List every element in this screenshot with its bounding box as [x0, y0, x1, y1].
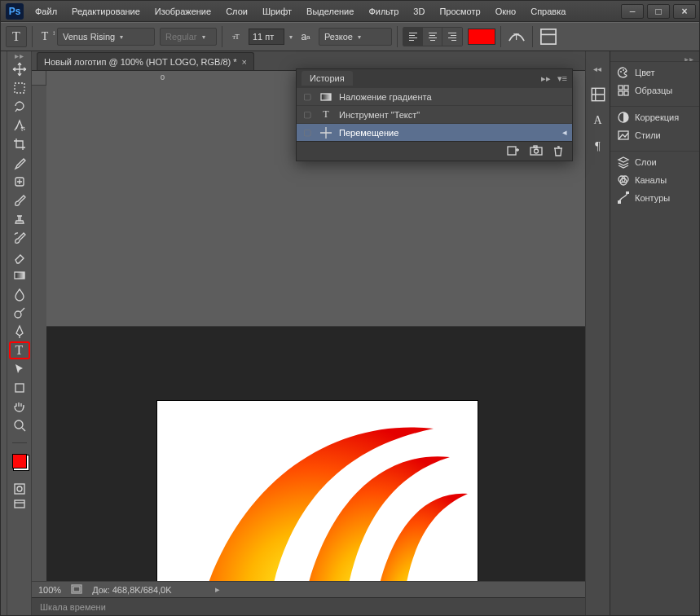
menu-view[interactable]: Просмотр	[433, 4, 486, 19]
snapshot-icon[interactable]	[530, 145, 543, 158]
close-tab-icon[interactable]: ×	[242, 57, 247, 67]
menu-filter[interactable]: Фильтр	[362, 4, 405, 19]
properties-panel-icon[interactable]	[589, 86, 607, 103]
character-panel-icon[interactable]: A	[589, 112, 607, 130]
chevron-down-icon[interactable]: ▾	[289, 33, 293, 41]
menu-image[interactable]: Изображение	[148, 4, 218, 19]
font-family-dropdown[interactable]: Venus Rising ▾	[57, 28, 155, 46]
panel-swatches[interactable]: Образцы	[610, 81, 699, 99]
blur-tool[interactable]	[9, 285, 30, 303]
pen-tool[interactable]	[9, 323, 30, 341]
panel-grip-icon[interactable]: ▸▸	[11, 53, 29, 58]
menu-layers[interactable]: Слои	[219, 4, 254, 19]
ruler-tick: 0	[161, 73, 165, 81]
path-select-tool[interactable]	[9, 360, 30, 378]
warp-text-button[interactable]: T	[506, 28, 527, 46]
menu-help[interactable]: Справка	[524, 4, 572, 19]
menu-type[interactable]: Шрифт	[256, 4, 298, 19]
canvas[interactable]: HOT LOGO	[156, 400, 478, 582]
current-tool-type-icon[interactable]: T	[6, 26, 27, 47]
panel-paths[interactable]: Контуры	[610, 189, 699, 207]
svg-rect-3	[15, 83, 24, 93]
text-orientation-toggle[interactable]: T↕	[37, 29, 52, 44]
lasso-tool[interactable]	[9, 98, 30, 116]
svg-point-18	[623, 69, 624, 71]
document-tab[interactable]: Новый логотип @ 100% (HOT LOGO, RGB/8) *…	[37, 52, 254, 70]
font-style-dropdown[interactable]: Regular ▾	[160, 28, 217, 46]
quick-mask-toggle[interactable]	[9, 482, 30, 496]
dock-expand-icon[interactable]: ◂◂	[588, 59, 606, 77]
history-row[interactable]: ▢ Перемещение ◂	[297, 123, 572, 141]
brush-tool[interactable]	[9, 191, 30, 209]
panel-adjustments[interactable]: Коррекция	[610, 108, 699, 126]
move-tool[interactable]	[9, 60, 30, 78]
separator	[222, 26, 222, 47]
panel-color[interactable]: Цвет	[610, 64, 699, 81]
menu-select[interactable]: Выделение	[300, 4, 360, 19]
align-center-button[interactable]	[423, 28, 442, 46]
marquee-tool[interactable]	[9, 79, 30, 97]
timeline-label: Шкала времени	[40, 602, 106, 612]
status-menu-icon[interactable]: ▸	[215, 584, 579, 595]
menu-window[interactable]: Окно	[489, 4, 523, 19]
separator	[532, 26, 533, 47]
tool-separator	[9, 435, 30, 450]
svg-rect-23	[624, 91, 628, 95]
close-button[interactable]: ×	[673, 4, 696, 19]
anti-alias-dropdown[interactable]: Резкое ▾	[319, 28, 392, 46]
panel-layers[interactable]: Слои	[610, 153, 699, 171]
zoom-value[interactable]: 100%	[38, 585, 61, 595]
zoom-tool[interactable]	[9, 416, 30, 434]
panel-collapse-icon[interactable]: ▸▸	[610, 55, 699, 61]
paragraph-panel-icon[interactable]: ¶	[589, 138, 607, 156]
panel-styles[interactable]: Стили	[610, 126, 699, 144]
layers-icon	[617, 156, 630, 169]
type-tool[interactable]: T	[9, 341, 30, 359]
new-document-from-state-icon[interactable]	[507, 145, 520, 158]
history-row[interactable]: ▢ Наложение градиента	[297, 87, 572, 105]
crop-tool[interactable]	[9, 135, 30, 153]
menu-file[interactable]: Файл	[29, 4, 64, 19]
gradient-tool[interactable]	[9, 266, 30, 284]
history-panel[interactable]: История ▸▸ ▾≡ ▢ Наложение градиента ▢ T …	[296, 68, 573, 161]
history-visibility-toggle[interactable]: ▢	[302, 127, 313, 138]
title-bar: Ps Файл Редактирование Изображение Слои …	[1, 1, 699, 22]
eraser-tool[interactable]	[9, 248, 30, 266]
delete-state-icon[interactable]	[553, 145, 564, 158]
screen-mode-toggle[interactable]	[9, 497, 30, 512]
panel-channels[interactable]: Каналы	[610, 171, 699, 189]
history-brush-tool[interactable]	[9, 229, 30, 247]
menu-edit[interactable]: Редактирование	[65, 4, 147, 19]
minimize-button[interactable]: –	[621, 4, 644, 19]
timeline-panel-tab[interactable]: Шкала времени	[32, 597, 585, 615]
status-icon[interactable]	[71, 584, 82, 596]
healing-brush-tool[interactable]	[9, 173, 30, 191]
history-tab[interactable]: История	[302, 71, 353, 86]
maximize-button[interactable]: □	[647, 4, 670, 19]
eyedropper-tool[interactable]	[9, 154, 30, 172]
font-size-input[interactable]	[249, 29, 284, 45]
canvas-viewport[interactable]: HOT LOGO Текст	[46, 327, 585, 582]
menu-3d[interactable]: 3D	[407, 4, 431, 19]
foreground-color-swatch[interactable]	[12, 454, 27, 469]
history-visibility-toggle[interactable]: ▢	[302, 91, 313, 102]
history-row[interactable]: ▢ T Инструмент "Текст"	[297, 105, 572, 123]
anti-alias-icon: aa	[297, 29, 314, 45]
svg-rect-21	[624, 86, 628, 90]
svg-rect-9	[15, 384, 24, 392]
svg-rect-20	[619, 86, 623, 90]
shape-tool[interactable]	[9, 379, 30, 397]
hand-tool[interactable]	[9, 398, 30, 416]
text-color-swatch[interactable]	[468, 29, 495, 45]
panel-collapse-icon[interactable]: ▸▸	[541, 73, 551, 84]
svg-point-12	[17, 486, 22, 491]
dodge-tool[interactable]	[9, 304, 30, 322]
character-panel-button[interactable]	[538, 28, 559, 46]
history-panel-header[interactable]: История ▸▸ ▾≡	[297, 69, 572, 87]
align-left-button[interactable]	[403, 28, 423, 46]
clone-stamp-tool[interactable]	[9, 210, 30, 228]
history-visibility-toggle[interactable]: ▢	[302, 109, 313, 120]
align-right-button[interactable]	[442, 28, 462, 46]
panel-menu-icon[interactable]: ▾≡	[557, 73, 567, 84]
quick-select-tool[interactable]	[9, 117, 30, 134]
